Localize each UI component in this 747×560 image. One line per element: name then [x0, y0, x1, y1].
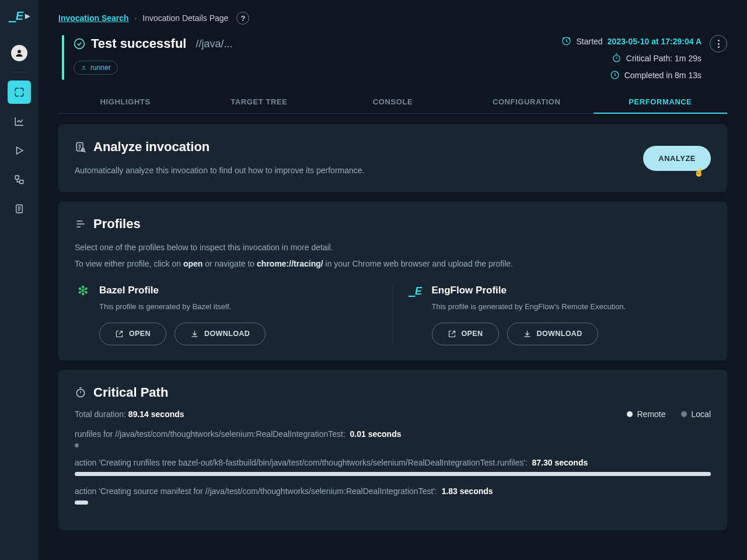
critical-path-item[interactable]: runfiles for //java/test/com/thoughtwork…: [75, 429, 711, 447]
clock-icon: [561, 36, 571, 46]
analyze-card: Analyze invocation Automatically analyze…: [58, 124, 727, 192]
profiles-card: Profiles Select one of the profiles belo…: [58, 201, 727, 360]
chevron-right-icon: ›: [135, 15, 137, 22]
engflow-profile-col: ⎯E EngFlow Profile This profile is gener…: [393, 285, 711, 345]
sidebar-item-invocations[interactable]: [8, 80, 31, 104]
engflow-download-button[interactable]: DOWNLOAD: [507, 323, 598, 345]
critical-path-bar: [75, 472, 711, 476]
bazel-icon: ❇: [78, 285, 88, 298]
help-icon[interactable]: ?: [236, 12, 249, 24]
sidebar-expand-icon[interactable]: ▶: [25, 12, 29, 20]
analyze-icon: [75, 141, 86, 153]
svg-point-11: [76, 389, 84, 397]
sidebar-item-stats[interactable]: [8, 110, 31, 133]
clock-icon: [610, 70, 620, 80]
tabs: HIGHLIGHTS TARGET TREE CONSOLE CONFIGURA…: [58, 92, 727, 114]
critical-path-bar: [75, 501, 88, 505]
breadcrumb-current: Invocation Details Page: [142, 13, 228, 23]
profiles-icon: [75, 218, 86, 230]
avatar[interactable]: [11, 45, 27, 61]
external-link-icon: [115, 330, 124, 338]
engflow-profile-title: EngFlow Profile: [432, 285, 711, 296]
critical-path-legend: Remote Local: [627, 410, 711, 419]
sidebar-item-workers[interactable]: [8, 168, 31, 191]
svg-point-5: [75, 39, 85, 49]
critical-path-item[interactable]: action 'Creating source manifest for //j…: [75, 487, 711, 505]
tab-highlights[interactable]: HIGHLIGHTS: [58, 92, 192, 113]
profiles-title: Profiles: [93, 216, 141, 232]
critical-path-row: Critical Path: 1m 29s: [612, 53, 701, 63]
breadcrumb-search[interactable]: Invocation Search: [58, 13, 129, 23]
divider: [11, 72, 28, 72]
logo[interactable]: ⎯E▶: [9, 9, 29, 23]
download-icon: [190, 330, 199, 338]
check-circle-icon: [74, 38, 85, 50]
external-link-icon: [448, 330, 456, 338]
profiles-desc2: To view either profile, click on open or…: [75, 259, 711, 268]
target-path: //java/...: [196, 38, 232, 50]
cursor-icon: ☝: [694, 167, 704, 177]
svg-rect-3: [20, 180, 23, 184]
svg-point-6: [83, 66, 85, 68]
local-dot-icon: [681, 411, 687, 417]
analyze-title: Analyze invocation: [93, 139, 210, 155]
critical-path-item[interactable]: action 'Creating runfiles tree bazel-out…: [75, 458, 711, 476]
bazel-open-button[interactable]: OPEN: [99, 323, 166, 345]
svg-marker-1: [17, 147, 23, 154]
download-icon: [523, 330, 532, 338]
analyze-button[interactable]: ANALYZE ☝: [643, 146, 711, 171]
critical-path-bar-track: [75, 472, 711, 476]
tab-configuration[interactable]: CONFIGURATION: [460, 92, 594, 113]
status-text: Test successful: [91, 36, 186, 51]
runner-badge[interactable]: runner: [74, 61, 118, 75]
engflow-icon: ⎯E: [409, 286, 421, 296]
tab-target-tree[interactable]: TARGET TREE: [192, 92, 326, 113]
completed-row: Completed in 8m 13s: [610, 70, 701, 80]
critical-path-bar-track: [75, 443, 711, 447]
critical-path-item-label: action 'Creating source manifest for //j…: [75, 487, 711, 496]
bazel-profile-col: ❇ Bazel Profile This profile is generate…: [75, 285, 393, 345]
stopwatch-icon: [612, 53, 622, 63]
invocation-header: Test successful //java/... runner Starte…: [58, 35, 727, 80]
bazel-profile-title: Bazel Profile: [99, 285, 379, 296]
tab-performance[interactable]: PERFORMANCE: [594, 92, 727, 113]
stopwatch-icon: [75, 387, 86, 398]
engflow-open-button[interactable]: OPEN: [432, 323, 499, 345]
critical-path-item-label: action 'Creating runfiles tree bazel-out…: [75, 458, 711, 467]
critical-path-bar: [75, 443, 79, 447]
critical-path-bar-track: [75, 501, 711, 505]
critical-path-title: Critical Path: [93, 385, 168, 400]
sidebar-item-reports[interactable]: [8, 197, 31, 220]
profiles-desc: Select one of the profiles below to insp…: [75, 241, 711, 254]
more-menu-button[interactable]: [710, 35, 727, 52]
svg-point-0: [18, 50, 20, 53]
analyze-desc: Automatically analyze this invocation to…: [75, 164, 643, 177]
svg-rect-2: [15, 176, 19, 179]
remote-dot-icon: [627, 411, 633, 417]
critical-path-total: Total duration: 89.14 seconds: [75, 410, 627, 419]
bazel-profile-desc: This profile is generated by Bazel itsel…: [99, 302, 379, 311]
critical-path-card: Critical Path Total duration: 89.14 seco…: [58, 370, 727, 530]
breadcrumb: Invocation Search › Invocation Details P…: [58, 12, 727, 24]
status-accent-bar: [62, 35, 64, 80]
sidebar-item-run[interactable]: [8, 139, 31, 162]
critical-path-item-label: runfiles for //java/test/com/thoughtwork…: [75, 429, 711, 439]
sidebar: ⎯E▶: [0, 0, 39, 560]
tab-console[interactable]: CONSOLE: [326, 92, 459, 113]
started-value[interactable]: 2023-05-10 at 17:29:04 A: [608, 37, 701, 46]
started-row: Started 2023-05-10 at 17:29:04 A: [561, 36, 701, 46]
engflow-profile-desc: This profile is generated by EngFlow's R…: [432, 302, 711, 311]
bazel-download-button[interactable]: DOWNLOAD: [174, 323, 266, 345]
